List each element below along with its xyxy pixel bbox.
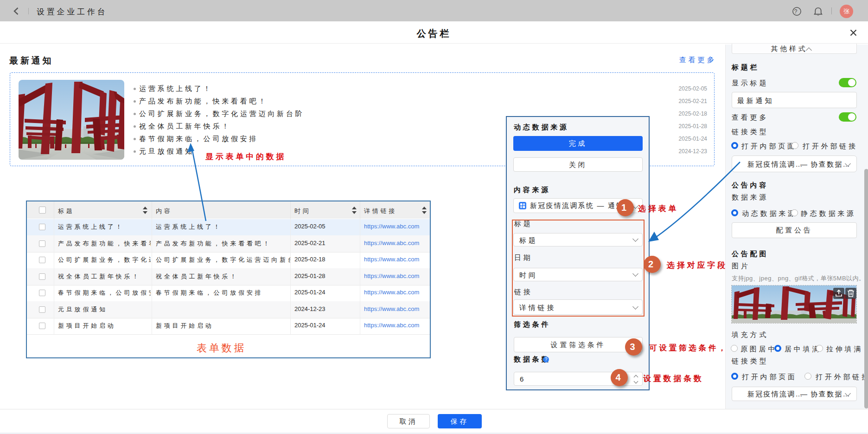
svg-text:?: ?	[794, 8, 799, 15]
